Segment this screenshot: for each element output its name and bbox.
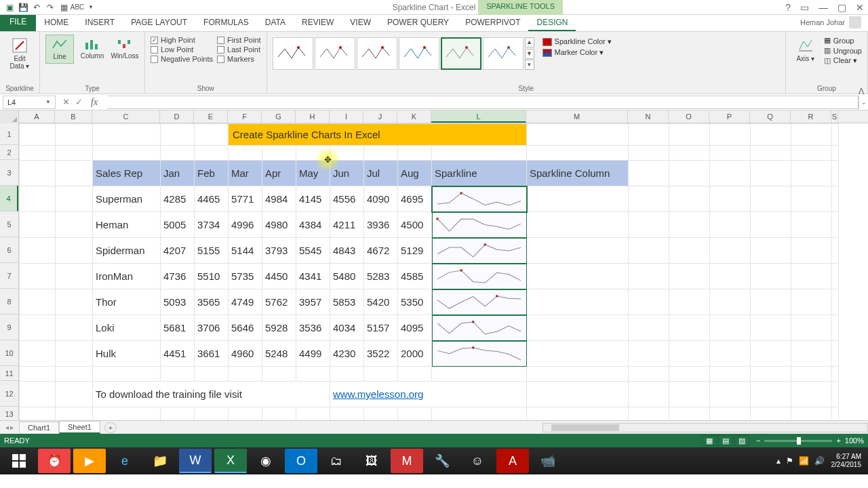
cell[interactable] (791, 161, 832, 186)
cell[interactable] (832, 161, 839, 186)
style-option[interactable] (273, 37, 313, 70)
taskbar-chrome-icon[interactable]: ◉ (250, 449, 282, 473)
cell[interactable] (527, 315, 629, 341)
cell[interactable] (710, 146, 751, 161)
cell[interactable] (296, 407, 330, 421)
cell[interactable] (20, 146, 56, 161)
view-normal-icon[interactable]: ▦ (702, 435, 717, 446)
cell[interactable] (791, 238, 832, 264)
tray-network-icon[interactable]: 📶 (799, 456, 809, 466)
cell[interactable] (669, 212, 710, 238)
row-header[interactable]: 1 (0, 123, 18, 145)
cell[interactable] (710, 289, 751, 315)
cell[interactable]: 5005 (161, 212, 195, 238)
ungroup-button[interactable]: ▥Ungroup (824, 46, 862, 55)
cell[interactable]: 4384 (296, 212, 330, 238)
minimize-icon[interactable]: — (818, 2, 828, 13)
cell[interactable] (710, 382, 751, 407)
cell[interactable] (296, 146, 330, 161)
cell[interactable]: Jun (330, 161, 364, 186)
cell[interactable] (832, 289, 839, 315)
cell[interactable]: 5735 (229, 264, 262, 289)
cell[interactable]: 4145 (296, 186, 330, 212)
tab-review[interactable]: REVIEW (294, 14, 342, 31)
taskbar-word-icon[interactable]: W (179, 449, 212, 473)
cell[interactable] (229, 407, 262, 421)
cell[interactable] (195, 367, 229, 382)
cell[interactable]: 5681 (161, 315, 195, 341)
cell[interactable]: 4695 (398, 186, 432, 212)
sparkline-cell[interactable] (432, 289, 527, 315)
hyperlink[interactable]: www.myelesson.org (333, 388, 423, 400)
cell[interactable] (229, 367, 262, 382)
sparkline-cell[interactable] (432, 186, 527, 212)
cell[interactable] (832, 407, 839, 421)
marker-color-button[interactable]: Marker Color ▾ (542, 48, 612, 57)
cell[interactable]: 5093 (161, 289, 195, 315)
cell[interactable] (832, 341, 839, 367)
cell[interactable]: 4984 (262, 186, 296, 212)
cell[interactable]: 5129 (398, 238, 432, 264)
chk-low-point[interactable]: Low Point (151, 45, 213, 54)
cell[interactable] (432, 367, 527, 382)
cell[interactable] (791, 289, 832, 315)
cell[interactable] (669, 124, 710, 146)
taskbar-app[interactable]: M (391, 449, 423, 473)
type-line-button[interactable]: Line (45, 35, 74, 64)
taskbar-app[interactable]: 🖼 (355, 449, 388, 473)
tab-nav-first-icon[interactable]: ◂ (5, 424, 9, 431)
cancel-icon[interactable]: ✕ (62, 97, 70, 108)
zoom-level[interactable]: 100% (845, 436, 864, 445)
cell[interactable]: Mar (229, 161, 262, 186)
cell[interactable]: 5762 (262, 289, 296, 315)
cell[interactable]: 4843 (330, 238, 364, 264)
cell[interactable] (20, 407, 56, 421)
column-header[interactable]: I (330, 110, 363, 123)
cell[interactable]: Jul (364, 161, 398, 186)
sparkline-cell[interactable] (432, 341, 527, 367)
cell[interactable]: 4034 (330, 315, 364, 341)
axis-button[interactable]: Axis ▾ (791, 35, 820, 65)
cell[interactable]: 4996 (229, 212, 262, 238)
cell[interactable] (832, 382, 839, 407)
style-option-selected[interactable] (441, 37, 481, 70)
tab-insert[interactable]: INSERT (77, 14, 123, 31)
cell[interactable] (93, 124, 161, 146)
cell[interactable] (527, 341, 629, 367)
cell[interactable]: 4499 (296, 341, 330, 367)
chk-high-point[interactable]: ✓High Point (151, 36, 213, 44)
cell[interactable] (629, 367, 669, 382)
cell[interactable] (629, 186, 669, 212)
cell[interactable]: 5420 (364, 289, 398, 315)
cell[interactable] (20, 382, 56, 407)
cell[interactable]: Sales Rep (93, 161, 161, 186)
style-option[interactable] (357, 37, 397, 70)
cell[interactable] (629, 407, 669, 421)
tray-flag-icon[interactable]: ⚑ (786, 456, 793, 466)
group-button[interactable]: ▦Group (824, 36, 862, 45)
cell[interactable] (56, 238, 93, 264)
cell[interactable] (669, 264, 710, 289)
cell[interactable] (56, 341, 93, 367)
cell[interactable] (161, 407, 195, 421)
cell[interactable] (527, 264, 629, 289)
cell[interactable]: 4095 (398, 315, 432, 341)
cell[interactable] (527, 146, 629, 161)
cell[interactable] (527, 238, 629, 264)
cell[interactable] (832, 146, 839, 161)
column-header[interactable]: D (160, 110, 194, 123)
cell[interactable] (669, 341, 710, 367)
cell[interactable]: 4230 (330, 341, 364, 367)
cell[interactable]: 5853 (330, 289, 364, 315)
cell[interactable] (527, 186, 629, 212)
cell[interactable]: 4960 (229, 341, 262, 367)
cell[interactable] (710, 264, 751, 289)
column-header[interactable]: M (526, 110, 628, 123)
cell[interactable]: 5350 (398, 289, 432, 315)
cell[interactable] (751, 382, 791, 407)
tab-view[interactable]: VIEW (342, 14, 379, 31)
tab-design[interactable]: DESIGN (528, 14, 576, 31)
cell[interactable] (669, 407, 710, 421)
cell[interactable] (330, 146, 364, 161)
cell[interactable] (527, 124, 629, 146)
